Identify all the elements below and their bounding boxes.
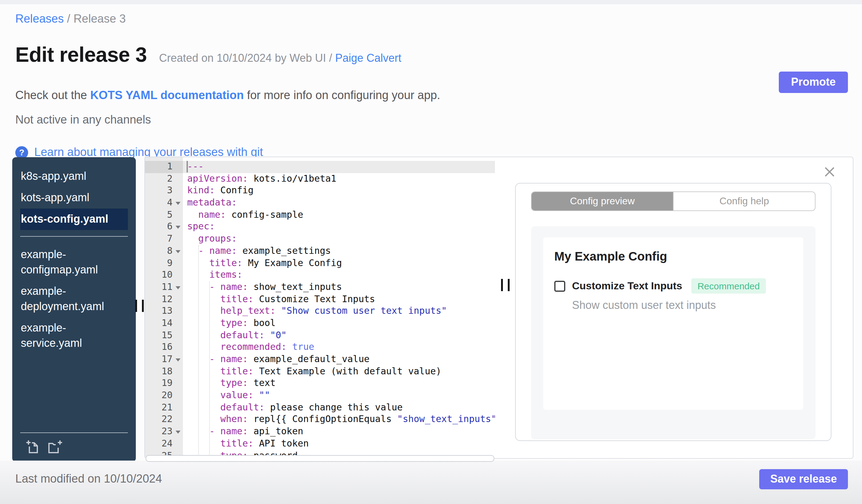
file-tree-item[interactable]: kots-config.yaml bbox=[20, 209, 128, 230]
code-token: "Show custom user text inputs" bbox=[281, 306, 447, 317]
fold-toggle-icon[interactable] bbox=[175, 250, 181, 253]
code-token: show_text_inputs bbox=[248, 281, 342, 292]
file-tree-item[interactable]: kots-app.yaml bbox=[12, 187, 136, 209]
code-token: spec: bbox=[187, 221, 215, 232]
customize-text-inputs-checkbox[interactable] bbox=[554, 280, 565, 291]
gutter-line-number: 20 bbox=[145, 389, 183, 401]
gutter-line-number: 12 bbox=[145, 293, 183, 305]
close-icon[interactable] bbox=[823, 165, 836, 178]
code-line[interactable]: default: please change this value bbox=[183, 402, 495, 414]
code-line[interactable]: value: "" bbox=[183, 389, 495, 401]
tab-config-help[interactable]: Config help bbox=[673, 192, 815, 210]
sidebar-icon-row bbox=[26, 440, 63, 454]
file-tree-item[interactable]: example-deployment.yaml bbox=[12, 281, 136, 317]
new-file-icon[interactable] bbox=[26, 440, 40, 454]
promote-button[interactable]: Promote bbox=[779, 71, 848, 93]
gutter-line-number: 16 bbox=[145, 342, 183, 354]
created-text: Created on 10/10/2024 by Web UI / bbox=[159, 52, 335, 64]
save-release-button[interactable]: Save release bbox=[759, 469, 848, 489]
code-line[interactable]: - name: example_settings bbox=[183, 245, 495, 257]
file-tree-item[interactable]: example-configmap.yaml bbox=[12, 244, 136, 281]
doc-line-suffix: for more info on configuring your app. bbox=[244, 89, 440, 102]
code-token: "show_text_inputs" bbox=[397, 414, 495, 425]
file-tree-divider bbox=[20, 236, 128, 237]
code-token: My Example Config bbox=[243, 257, 342, 268]
preview-tabs: Config previewConfig help bbox=[531, 191, 815, 211]
file-tree-item[interactable]: k8s-app.yaml bbox=[12, 166, 136, 187]
new-folder-icon[interactable] bbox=[47, 440, 63, 454]
code-token: title: bbox=[187, 293, 253, 304]
code-line[interactable]: recommended: true bbox=[183, 342, 495, 354]
code-token: metadata: bbox=[187, 197, 237, 208]
code-line[interactable]: when: repl{{ ConfigOptionEquals "show_te… bbox=[183, 414, 495, 426]
code-token: title: bbox=[187, 366, 253, 376]
code-line[interactable]: - name: api_token bbox=[183, 426, 495, 438]
gutter-line-number: 7 bbox=[145, 233, 183, 245]
code-token bbox=[253, 389, 259, 401]
code-token: please change this value bbox=[265, 402, 403, 413]
editor-preview-gap bbox=[495, 157, 515, 458]
code-token: groups: bbox=[187, 233, 237, 244]
file-tree-item[interactable]: example-service.yaml bbox=[12, 317, 136, 354]
gutter-line-number: 8 bbox=[145, 245, 183, 257]
code-token: config-sample bbox=[226, 209, 303, 220]
gutter-line-number: 23 bbox=[145, 426, 183, 438]
gutter-line-number: 4 bbox=[145, 197, 183, 209]
kots-yaml-doc-link[interactable]: KOTS YAML documentation bbox=[90, 89, 244, 102]
code-line[interactable]: --- bbox=[183, 161, 495, 173]
gutter-line-number: 9 bbox=[145, 257, 183, 269]
editor-horizontal-scrollbar[interactable] bbox=[146, 455, 494, 462]
fold-toggle-icon[interactable] bbox=[175, 226, 181, 229]
code-line[interactable]: title: Text Example (with default value) bbox=[183, 366, 495, 377]
preview-resize-handle[interactable] bbox=[501, 279, 510, 291]
file-list: k8s-app.yamlkots-app.yamlkots-config.yam… bbox=[12, 166, 136, 354]
sidebar-resize-handle[interactable] bbox=[135, 300, 144, 312]
code-line[interactable]: title: My Example Config bbox=[183, 257, 495, 269]
code-line[interactable]: kind: Config bbox=[183, 185, 495, 197]
code-token: text bbox=[248, 378, 276, 389]
gutter-line-number: 3 bbox=[145, 185, 183, 197]
code-line[interactable]: - name: show_text_inputs bbox=[183, 281, 495, 293]
recommended-badge: Recommended bbox=[691, 278, 766, 294]
fold-toggle-icon[interactable] bbox=[175, 286, 181, 289]
code-token: Config bbox=[215, 185, 253, 196]
code-line[interactable]: help_text: "Show custom user text inputs… bbox=[183, 306, 495, 317]
breadcrumb-releases-link[interactable]: Releases bbox=[15, 12, 64, 25]
code-token: when: bbox=[187, 414, 248, 425]
fold-toggle-icon[interactable] bbox=[175, 202, 181, 205]
code-line[interactable]: title: API token bbox=[183, 438, 495, 450]
config-item-label: Customize Text Inputs bbox=[572, 280, 682, 292]
code-line[interactable]: spec: bbox=[183, 221, 495, 233]
code-line[interactable]: groups: bbox=[183, 233, 495, 245]
page-title: Edit release 3 bbox=[15, 43, 147, 67]
code-line[interactable]: - name: example_default_value bbox=[183, 354, 495, 366]
code-line[interactable]: apiVersion: kots.io/v1beta1 bbox=[183, 173, 495, 185]
code-line[interactable]: metadata: bbox=[183, 197, 495, 209]
code-token: example_settings bbox=[237, 245, 331, 256]
fold-toggle-icon[interactable] bbox=[175, 358, 181, 361]
code-line[interactable]: default: "0" bbox=[183, 329, 495, 341]
config-group-title: My Example Config bbox=[554, 250, 792, 264]
code-token: - name: bbox=[187, 245, 237, 256]
code-token: --- bbox=[187, 161, 204, 172]
code-token: api_token bbox=[248, 426, 303, 437]
tab-config-preview[interactable]: Config preview bbox=[532, 192, 673, 210]
yaml-code-editor[interactable]: 1234567891011121314151617181920212223242… bbox=[145, 157, 495, 458]
code-token: help_text: bbox=[187, 306, 276, 317]
editor-code-area[interactable]: ---apiVersion: kots.io/v1beta1kind: Conf… bbox=[183, 161, 495, 458]
gutter-line-number: 18 bbox=[145, 366, 183, 377]
last-modified-text: Last modified on 10/10/2024 bbox=[15, 472, 162, 486]
gutter-line-number: 1 bbox=[145, 161, 183, 173]
config-group-card: My Example Config Customize Text Inputs … bbox=[543, 237, 803, 410]
code-token: Text Example (with default value) bbox=[253, 366, 441, 376]
code-line[interactable]: name: config-sample bbox=[183, 209, 495, 221]
fold-toggle-icon[interactable] bbox=[175, 430, 181, 434]
code-line[interactable]: items: bbox=[183, 269, 495, 281]
author-link[interactable]: Paige Calvert bbox=[335, 52, 401, 64]
editor-container: 1234567891011121314151617181920212223242… bbox=[144, 157, 853, 459]
code-line[interactable]: type: text bbox=[183, 378, 495, 389]
code-token: kots.io/v1beta1 bbox=[248, 173, 337, 184]
code-line[interactable]: type: bool bbox=[183, 317, 495, 329]
gutter-line-number: 17 bbox=[145, 354, 183, 366]
code-line[interactable]: title: Customize Text Inputs bbox=[183, 293, 495, 305]
